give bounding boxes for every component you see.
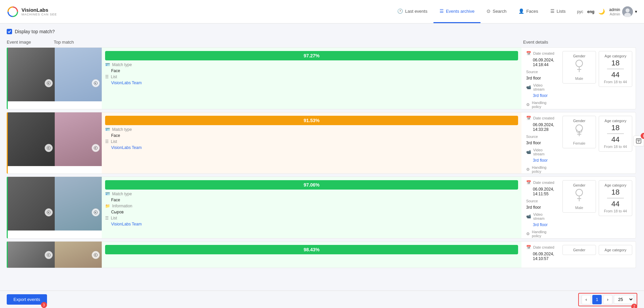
video-value[interactable]: 3rd floor bbox=[526, 222, 554, 227]
list-label: List bbox=[111, 74, 117, 79]
gender-value: Female bbox=[573, 141, 586, 145]
col-top-match: Top match bbox=[54, 40, 101, 45]
logo-icon bbox=[7, 6, 19, 18]
top-match-checkbox[interactable] bbox=[7, 29, 12, 34]
event-image-nav-button[interactable] bbox=[45, 208, 53, 216]
source-section: Source bbox=[526, 70, 554, 74]
match-image-nav-button[interactable] bbox=[92, 144, 100, 152]
match-details: 🪪 Match type Face ☰ List VisionLabs Team bbox=[105, 127, 518, 150]
match-image-nav-button[interactable] bbox=[92, 79, 100, 87]
age-to: 44 bbox=[611, 136, 619, 143]
video-section: 📹 Video stream bbox=[526, 83, 554, 91]
match-score-bar: 97.27% bbox=[105, 51, 518, 60]
user-name: admin bbox=[609, 7, 620, 12]
dark-mode-button[interactable]: 🌙 bbox=[598, 8, 605, 15]
event-image-nav-button[interactable] bbox=[45, 251, 53, 259]
user-menu[interactable]: admin Admin ▾ bbox=[609, 6, 637, 17]
list-value[interactable]: VisionLabs Team bbox=[105, 145, 142, 150]
nav-lists[interactable]: ☰ Lists bbox=[544, 0, 572, 23]
policy-label: Handling policy bbox=[532, 230, 554, 238]
details-attrs-area: 📅 Date created 06.09.2024, 14:11:55 Sour… bbox=[521, 177, 636, 239]
match-info-cell: 97.27% 🪪 Match type Face ☰ List bbox=[102, 48, 521, 109]
nav-last-events[interactable]: 🕐 Last events bbox=[391, 0, 433, 23]
list-value-row: VisionLabs Team bbox=[105, 81, 518, 85]
main-content: Display top match? Event image Top match… bbox=[0, 23, 644, 308]
match-image-nav-button[interactable] bbox=[92, 251, 100, 259]
nav-events-archive[interactable]: ☰ Events archive bbox=[433, 0, 480, 23]
match-face-image bbox=[55, 48, 102, 101]
calendar-icon: 📅 bbox=[526, 180, 531, 185]
date-section: 📅 Date created bbox=[526, 51, 554, 56]
user-role: Admin bbox=[610, 12, 620, 16]
video-value[interactable]: 3rd floor bbox=[526, 93, 554, 98]
page-current-button[interactable]: 1 bbox=[592, 295, 602, 304]
age-divider bbox=[607, 198, 624, 198]
match-type-row: 🪪 Match type bbox=[105, 127, 518, 132]
event-image-nav-button[interactable] bbox=[45, 79, 53, 87]
gender-title: Gender bbox=[573, 183, 586, 187]
main-nav: 🕐 Last events ☰ Events archive ⊙ Search … bbox=[391, 0, 571, 23]
event-details-cell: 📅 Date created 06.09.2024, 14:18:44 Sour… bbox=[521, 48, 559, 109]
match-score-bar: 91.53% bbox=[105, 116, 518, 125]
match-score: 97.27% bbox=[304, 53, 319, 58]
folder-icon: 📁 bbox=[105, 204, 110, 208]
policy-label: Handling policy bbox=[532, 101, 554, 109]
nav-search[interactable]: ⊙ Search bbox=[480, 0, 512, 23]
user-avatar bbox=[622, 6, 633, 17]
source-label: Source bbox=[526, 199, 538, 203]
age-from: 18 bbox=[611, 59, 619, 67]
export-button-container: Export events 3 bbox=[7, 294, 47, 305]
filter-badge-container: 1 bbox=[633, 136, 644, 146]
top-match-toggle-row: Display top match? bbox=[7, 29, 637, 34]
filter-button-area: 1 bbox=[633, 136, 644, 146]
match-face-image bbox=[55, 112, 102, 166]
male-icon bbox=[573, 189, 585, 204]
age-card: Age category 18 44 From 18 to 44 bbox=[599, 116, 632, 152]
col-spacer bbox=[101, 40, 523, 45]
match-type-icon: 🪪 bbox=[105, 192, 110, 196]
match-score: 91.53% bbox=[304, 118, 319, 123]
age-title: Age category bbox=[605, 248, 627, 252]
video-value[interactable]: 3rd floor bbox=[526, 158, 554, 163]
date-label: Date created bbox=[533, 51, 554, 55]
page-next-button[interactable]: › bbox=[603, 295, 612, 304]
list-value[interactable]: VisionLabs Team bbox=[105, 81, 142, 85]
checkmark-icon bbox=[8, 30, 11, 33]
export-badge: 3 bbox=[41, 302, 47, 308]
col-event-details: Event details bbox=[523, 40, 637, 45]
nav-faces[interactable]: 👤 Faces bbox=[512, 0, 544, 23]
header: VisionLabs MACHINES CAN SEE 🕐 Last event… bbox=[0, 0, 644, 23]
calendar-icon: 📅 bbox=[526, 116, 531, 120]
source-value: 3rd floor bbox=[526, 76, 554, 81]
event-image-nav-button[interactable] bbox=[45, 144, 53, 152]
source-value: 3rd floor bbox=[526, 205, 554, 210]
event-row: 91.53% 🪪 Match type Face ☰ List bbox=[7, 112, 636, 174]
event-row: 97.27% 🪪 Match type Face ☰ List bbox=[7, 47, 636, 109]
export-events-button[interactable]: Export events bbox=[7, 294, 47, 305]
event-face-image bbox=[8, 112, 55, 166]
event-details-cell: 📅 Date created 06.09.2024, 14:10:57 bbox=[521, 242, 559, 268]
match-info-cell: 98.43% bbox=[102, 242, 521, 268]
nav-last-events-label: Last events bbox=[405, 9, 427, 14]
video-label: Video stream bbox=[533, 212, 554, 220]
lang-ru-button[interactable]: рус bbox=[577, 9, 583, 14]
list-value[interactable]: VisionLabs Team bbox=[105, 222, 142, 226]
gender-card: Gender Female bbox=[562, 116, 596, 148]
page-size-select[interactable]: 25 50 100 bbox=[614, 295, 634, 304]
age-card: Age category bbox=[599, 245, 632, 255]
lang-en-button[interactable]: eng bbox=[587, 9, 594, 14]
match-type-icon: 🪪 bbox=[105, 62, 110, 67]
logo-area: VisionLabs MACHINES CAN SEE bbox=[7, 6, 57, 18]
match-score-bar: 97.06% bbox=[105, 180, 518, 190]
date-value: 06.09.2024, 14:33:28 bbox=[526, 122, 554, 132]
list-label-row: ☰ List bbox=[105, 74, 518, 79]
attrs-cell: Gender Male Age category 18 44 From 18 t… bbox=[559, 177, 636, 239]
policy-label: Handling policy bbox=[532, 165, 554, 173]
match-image-nav-button[interactable] bbox=[92, 208, 100, 216]
right-nav: рус eng 🌙 admin Admin ▾ bbox=[577, 6, 637, 17]
logo-name: VisionLabs bbox=[21, 7, 57, 13]
match-score-bar: 98.43% bbox=[105, 245, 518, 254]
page-prev-button[interactable]: ‹ bbox=[582, 295, 591, 304]
source-label: Source bbox=[526, 70, 538, 74]
match-type-value-row: Face bbox=[105, 68, 518, 73]
